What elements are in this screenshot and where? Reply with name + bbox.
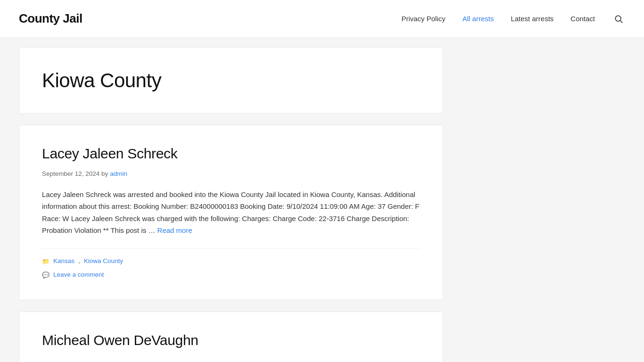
nav-latest-arrests[interactable]: Latest arrests bbox=[511, 13, 553, 25]
category-link-kansas[interactable]: Kansas bbox=[53, 256, 74, 266]
article-footer: 📁 Kansas, Kiowa County 💬 Leave a comment bbox=[42, 248, 420, 280]
site-logo[interactable]: County Jail bbox=[19, 9, 83, 29]
nav-privacy-policy[interactable]: Privacy Policy bbox=[401, 13, 445, 25]
search-button[interactable] bbox=[612, 12, 625, 25]
main-wrapper: Kiowa County Lacey Jaleen Schreck Septem… bbox=[0, 38, 644, 362]
comments-row: 💬 Leave a comment bbox=[42, 270, 420, 280]
leave-comment-link[interactable]: Leave a comment bbox=[53, 270, 104, 280]
category-title: Kiowa County bbox=[42, 65, 420, 96]
article-excerpt: Lacey Jaleen Schreck was arrested and bo… bbox=[42, 189, 420, 237]
article-card-partial: Micheal Owen DeVaughn bbox=[19, 312, 443, 362]
nav-contact[interactable]: Contact bbox=[570, 13, 595, 25]
search-icon bbox=[614, 14, 623, 24]
category-header: Kiowa County bbox=[19, 47, 443, 114]
main-nav: Privacy Policy All arrests Latest arrest… bbox=[401, 12, 625, 25]
article-title[interactable]: Lacey Jaleen Schreck bbox=[42, 142, 420, 165]
article-title-2[interactable]: Micheal Owen DeVaughn bbox=[42, 329, 420, 352]
article-author[interactable]: admin bbox=[110, 170, 127, 177]
by-label: by bbox=[101, 170, 110, 177]
read-more-link[interactable]: Read more bbox=[157, 226, 192, 234]
category-link-kiowa[interactable]: Kiowa County bbox=[84, 256, 123, 266]
folder-icon: 📁 bbox=[42, 257, 50, 267]
site-header: County Jail Privacy Policy All arrests L… bbox=[0, 0, 644, 38]
excerpt-text: Lacey Jaleen Schreck was arrested and bo… bbox=[42, 190, 420, 235]
nav-all-arrests[interactable]: All arrests bbox=[462, 13, 494, 25]
article-meta: September 12, 2024 by admin bbox=[42, 169, 420, 179]
categories-row: 📁 Kansas, Kiowa County bbox=[42, 256, 420, 267]
article-card: Lacey Jaleen Schreck September 12, 2024 … bbox=[19, 125, 443, 300]
svg-point-0 bbox=[615, 16, 621, 21]
svg-line-1 bbox=[620, 20, 623, 23]
content-area: Kiowa County Lacey Jaleen Schreck Septem… bbox=[19, 38, 443, 362]
article-date: September 12, 2024 bbox=[42, 170, 99, 177]
comment-icon: 💬 bbox=[42, 271, 50, 280]
